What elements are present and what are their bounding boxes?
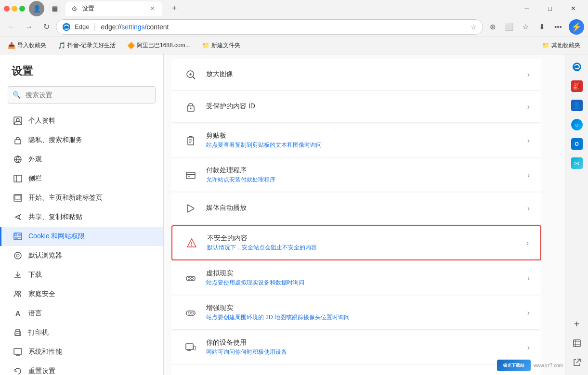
settings-item-insecure[interactable]: 不安全的内容 默认情况下，安全站点会阻止不安全的内容 › xyxy=(171,225,541,260)
sidebar-item-downloads[interactable]: 下载 xyxy=(0,265,163,284)
svg-line-31 xyxy=(193,77,195,79)
back-button[interactable]: ← xyxy=(4,19,19,35)
sidebar-item-startup[interactable]: 开始、主页和新建标签页 xyxy=(0,188,163,207)
profile-avatar[interactable]: 👤 xyxy=(29,1,44,16)
sidebar-item-reset[interactable]: 重置设置 xyxy=(0,362,163,375)
window-controls xyxy=(4,6,25,12)
tab-title-label: 设置 xyxy=(82,4,145,13)
sidebar-item-cookies[interactable]: Cookie 和网站权限 xyxy=(0,227,163,246)
clipboard-desc: 站点要查看复制到剪贴板的文本和图像时询问 xyxy=(206,141,523,149)
watermark-logo: 极光下载站 xyxy=(497,360,531,371)
settings-item-zoom[interactable]: 放大图像 › xyxy=(171,59,541,91)
insecure-content: 不安全的内容 默认情况下，安全站点会阻止不安全的内容 xyxy=(207,234,523,252)
settings-item-ar[interactable]: 增强现实 站点要创建周围环境的 3D 地图或跟踪摄像头位置时询问 › xyxy=(171,296,541,330)
download-status-button[interactable]: ⬇ xyxy=(534,19,549,35)
address-star-icon[interactable]: ☆ xyxy=(470,23,477,31)
vr-content: 虚拟现实 站点要使用虚拟现实设备和数据时询问 xyxy=(206,269,523,287)
refresh-button[interactable]: ↻ xyxy=(39,19,54,35)
forward-button[interactable]: → xyxy=(21,19,37,35)
default-browser-nav-icon xyxy=(13,251,23,260)
settings-item-vr[interactable]: 虚拟现实 站点要使用虚拟现实设备和数据时询问 › xyxy=(171,261,541,295)
edge-copilot-button[interactable]: ⚡ xyxy=(569,19,584,35)
settings-item-app-links[interactable]: 应用程序链接 › xyxy=(171,365,541,375)
svg-point-44 xyxy=(191,245,192,246)
vr-desc: 站点要使用虚拟现实设备和数据时询问 xyxy=(206,279,523,287)
startup-nav-label: 开始、主页和新建标签页 xyxy=(28,194,103,202)
new-tab-button[interactable]: + xyxy=(168,2,181,15)
sidebar-add-button[interactable]: + xyxy=(568,315,586,333)
clipboard-title: 剪贴板 xyxy=(206,131,523,140)
svg-rect-11 xyxy=(15,234,17,236)
settings-item-protected-content[interactable]: 受保护的内容 ID › xyxy=(171,91,541,123)
sidebar-title: 设置 xyxy=(0,64,163,86)
edge-icon-1[interactable] xyxy=(568,58,586,76)
settings-item-device-usage[interactable]: 你的设备使用 网站可询问你何时积极使用设备 › xyxy=(171,331,541,364)
split-view-button[interactable]: ⬜ xyxy=(501,19,517,35)
sidebar-settings-icon[interactable] xyxy=(568,335,586,352)
search-input[interactable] xyxy=(8,86,156,103)
settings-item-payment[interactable]: 付款处理程序 允许站点安装付款处理程序 › xyxy=(171,158,541,192)
sidebar-item-share[interactable]: 共享、复制和粘贴 xyxy=(0,207,163,227)
device-usage-desc: 网站可询问你何时积极使用设备 xyxy=(206,348,523,356)
bookmark-tiktok[interactable]: 🎵 抖音-记录美好生活 xyxy=(54,39,119,52)
sidebar-item-privacy[interactable]: 隐私、搜索和服务 xyxy=(0,130,163,150)
bookmark-alibaba[interactable]: 🔶 阿里巴巴1688.com... xyxy=(123,39,194,52)
svg-point-19 xyxy=(18,291,21,294)
alibaba-icon: 🔶 xyxy=(127,42,135,49)
sidebar-item-family[interactable]: 家庭安全 xyxy=(0,284,163,304)
sidebar-item-system[interactable]: 系统和性能 xyxy=(0,342,163,362)
system-nav-icon xyxy=(13,347,23,357)
svg-point-59 xyxy=(573,63,581,71)
settings-item-clipboard[interactable]: 剪贴板 站点要查看复制到剪贴板的文本和图像时询问 › xyxy=(171,124,541,157)
svg-point-51 xyxy=(191,312,194,314)
sidebar-item-language[interactable]: A 语言 xyxy=(0,304,163,323)
sidebar-red-icon[interactable]: 🎒 xyxy=(568,78,586,95)
address-separator: │ xyxy=(93,23,97,30)
maximize-button[interactable]: □ xyxy=(539,1,561,16)
more-tools-button[interactable]: ••• xyxy=(550,19,566,35)
sidebar-item-appearance[interactable]: 外观 xyxy=(0,150,163,169)
profile-nav-icon xyxy=(13,116,23,126)
title-bar-controls: ─ □ ✕ xyxy=(516,1,584,16)
bookmark-new-folder[interactable]: 📁 新建文件夹 xyxy=(198,39,244,52)
print-nav-icon xyxy=(13,328,23,337)
maximize-window-button[interactable] xyxy=(19,6,25,12)
ar-icon xyxy=(183,305,198,321)
family-nav-icon xyxy=(13,289,23,299)
sidebar-person-icon[interactable]: 👤 xyxy=(568,97,586,114)
vr-icon xyxy=(183,271,198,286)
minimize-window-button[interactable] xyxy=(12,6,17,12)
app-links-icon xyxy=(183,373,198,375)
privacy-nav-icon xyxy=(13,135,23,145)
active-tab[interactable]: ⚙ 设置 ✕ xyxy=(65,1,162,16)
tab-manager-button[interactable]: ▤ xyxy=(48,2,62,15)
share-nav-label: 共享、复制和粘贴 xyxy=(28,213,82,221)
bookmark-other-folders[interactable]: 📁 其他收藏夹 xyxy=(538,39,584,52)
tab-settings-icon: ⚙ xyxy=(71,5,79,13)
sidebar-item-print[interactable]: 打印机 xyxy=(0,323,163,342)
nav-bar: ← → ↻ Edge │ edge://settings/content ☆ ⊕… xyxy=(0,17,588,37)
sidebar-outlook-icon[interactable]: O xyxy=(568,135,586,153)
settings-item-autoplay[interactable]: 媒体自动播放 › xyxy=(171,193,541,224)
window-close-button[interactable]: ✕ xyxy=(562,1,584,16)
minimize-button[interactable]: ─ xyxy=(516,1,538,16)
reset-nav-icon xyxy=(13,366,23,375)
sidebar-item-sidebar[interactable]: 侧栏 xyxy=(0,169,163,188)
sidebar-item-profile[interactable]: 个人资料 xyxy=(0,111,163,130)
zoom-title: 放大图像 xyxy=(206,70,523,78)
sidebar-blue-circle-icon[interactable]: ○ xyxy=(568,116,586,133)
favorites-button[interactable]: ☆ xyxy=(518,19,533,35)
edge-logo-icon xyxy=(62,23,71,31)
bookmark-import[interactable]: 📥 导入收藏夹 xyxy=(4,39,50,52)
appearance-nav-icon xyxy=(13,155,23,164)
close-window-button[interactable] xyxy=(4,6,10,12)
sidebar-external-link-icon[interactable] xyxy=(568,354,586,371)
device-usage-icon xyxy=(183,340,198,355)
collections-button[interactable]: ⊕ xyxy=(485,19,500,35)
zoom-icon xyxy=(183,67,198,82)
address-bar[interactable]: Edge │ edge://settings/content ☆ xyxy=(56,19,483,35)
svg-rect-3 xyxy=(15,140,21,144)
tab-close-button[interactable]: ✕ xyxy=(148,5,156,13)
sidebar-item-default-browser[interactable]: 默认浏览器 xyxy=(0,246,163,265)
sidebar-mail-icon[interactable]: ✉ xyxy=(568,155,586,172)
